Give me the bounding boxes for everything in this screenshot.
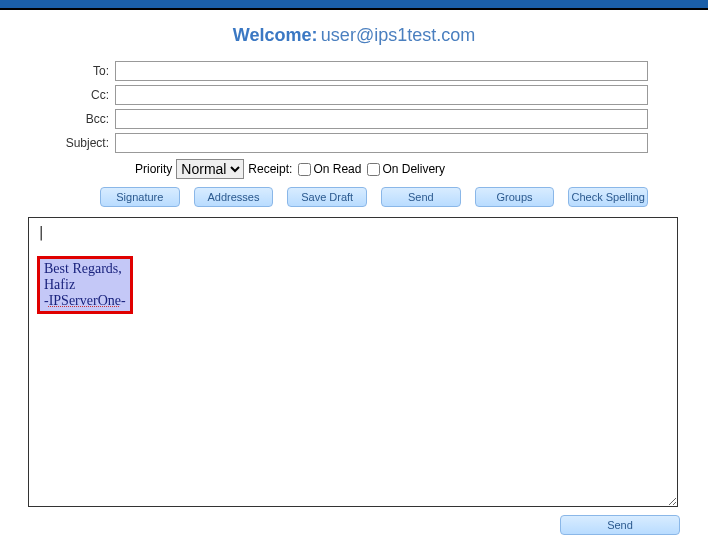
check-spelling-button[interactable]: Check Spelling bbox=[568, 187, 648, 207]
receipt-label: Receipt: bbox=[248, 162, 292, 176]
to-input[interactable] bbox=[115, 61, 648, 81]
welcome-label: Welcome: bbox=[233, 25, 318, 45]
toolbar: Signature Addresses Save Draft Send Grou… bbox=[60, 187, 648, 207]
bottom-send-row: Send bbox=[0, 507, 708, 535]
on-read-label: On Read bbox=[313, 162, 361, 176]
send-button[interactable]: Send bbox=[381, 187, 461, 207]
cc-input[interactable] bbox=[115, 85, 648, 105]
priority-row: Priority Normal Receipt: On Read On Deli… bbox=[60, 159, 648, 179]
addresses-button[interactable]: Addresses bbox=[194, 187, 274, 207]
subject-input[interactable] bbox=[115, 133, 648, 153]
signature-block-highlight: Best Regards, Hafiz -IPServerOne- bbox=[37, 256, 133, 314]
on-delivery-label: On Delivery bbox=[382, 162, 445, 176]
signature-line-1: Best Regards, bbox=[44, 261, 126, 277]
priority-select[interactable]: Normal bbox=[176, 159, 244, 179]
signature-line-2: Hafiz bbox=[44, 277, 126, 293]
compose-form: To: Cc: Bcc: Subject: Priority Normal Re… bbox=[0, 61, 708, 207]
priority-label: Priority bbox=[135, 162, 172, 176]
cc-label: Cc: bbox=[60, 88, 115, 102]
signature-button[interactable]: Signature bbox=[100, 187, 180, 207]
sig-line3-post: - bbox=[121, 293, 126, 308]
bottom-send-button[interactable]: Send bbox=[560, 515, 680, 535]
sig-line3-mid: IPServerOne bbox=[49, 293, 121, 308]
welcome-header: Welcome: user@ips1test.com bbox=[0, 10, 708, 61]
on-read-checkbox[interactable] bbox=[298, 163, 311, 176]
signature-line-3: -IPServerOne- bbox=[44, 293, 126, 309]
on-delivery-checkbox[interactable] bbox=[367, 163, 380, 176]
top-bar bbox=[0, 0, 708, 10]
save-draft-button[interactable]: Save Draft bbox=[287, 187, 367, 207]
editor-cursor: | bbox=[37, 224, 669, 240]
groups-button[interactable]: Groups bbox=[475, 187, 555, 207]
welcome-user: user@ips1test.com bbox=[321, 25, 475, 45]
bcc-input[interactable] bbox=[115, 109, 648, 129]
to-label: To: bbox=[60, 64, 115, 78]
message-editor[interactable]: | Best Regards, Hafiz -IPServerOne- bbox=[28, 217, 678, 507]
subject-label: Subject: bbox=[60, 136, 115, 150]
bcc-label: Bcc: bbox=[60, 112, 115, 126]
